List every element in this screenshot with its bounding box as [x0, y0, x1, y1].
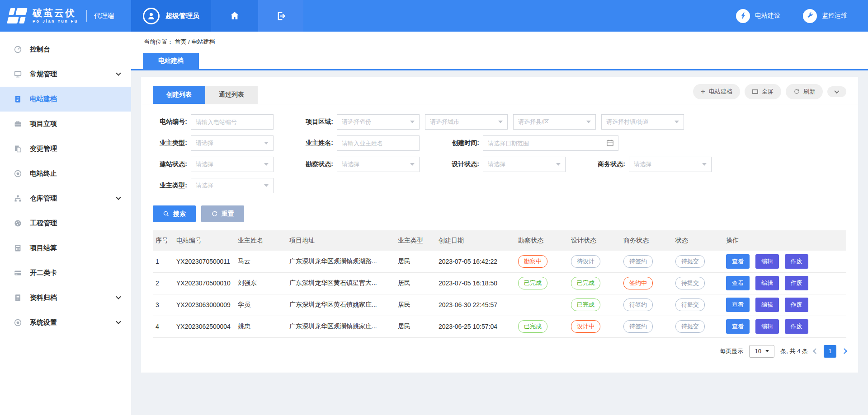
- sidebar: 控制台 常规管理 电站建档: [0, 32, 131, 415]
- business-status-label: 商务状态:: [591, 160, 625, 168]
- sidebar-item-station-termination[interactable]: 电站终止: [0, 161, 131, 186]
- survey-status-placeholder: 请选择: [342, 160, 359, 168]
- filter-row-1: 电站编号: 项目区域: 请选择省份 请选择城市: [153, 114, 846, 130]
- edit-button[interactable]: 编辑: [755, 254, 779, 269]
- sidebar-item-project-settlement[interactable]: 项目结算: [0, 236, 131, 261]
- owner-type-placeholder: 请选择: [196, 139, 213, 147]
- void-button[interactable]: 作废: [785, 319, 808, 334]
- status-badge: 待提交: [675, 298, 705, 311]
- filter-station-code: 电站编号:: [153, 114, 274, 130]
- sidebar-item-system-settings[interactable]: 系统设置: [0, 310, 131, 335]
- design-status-label: 设计状态:: [445, 160, 479, 168]
- sidebar-item-label: 常规管理: [30, 70, 57, 79]
- cell-type: 居民: [395, 272, 436, 294]
- region-label: 项目区域:: [299, 118, 333, 126]
- sidebar-item-engineering-mgmt[interactable]: 工程管理: [0, 211, 131, 236]
- refresh-label: 刷新: [803, 88, 815, 96]
- content-area: 当前位置： 首页 / 电站建档 电站建档 创建列表 通过列表 + 电站建档: [131, 32, 868, 415]
- tab-station-archive[interactable]: 电站建档: [143, 53, 199, 69]
- design-status-select[interactable]: 请选择: [483, 157, 566, 172]
- sidebar-item-type2-card[interactable]: 开二类卡: [0, 261, 131, 285]
- tab-create-list[interactable]: 创建列表: [153, 86, 205, 104]
- add-station-button[interactable]: + 电站建档: [693, 84, 740, 99]
- survey-status-select[interactable]: 请选择: [337, 157, 420, 172]
- village-select[interactable]: 请选择村镇/街道: [601, 114, 684, 130]
- void-button[interactable]: 作废: [785, 276, 808, 290]
- design-status-badge: 已完成: [571, 298, 600, 311]
- edit-button[interactable]: 编辑: [755, 319, 779, 334]
- cell-owner: 姚忠: [235, 316, 287, 337]
- city-select[interactable]: 请选择城市: [425, 114, 508, 130]
- owner-name-input[interactable]: [337, 135, 420, 151]
- sidebar-item-project-initiation[interactable]: 项目立项: [0, 112, 131, 136]
- sidebar-item-general-mgmt[interactable]: 常规管理: [0, 62, 131, 87]
- void-button[interactable]: 作废: [785, 298, 808, 312]
- logout-button[interactable]: [258, 0, 303, 32]
- filter-build-status: 建站状态: 请选择: [153, 157, 274, 172]
- build-status-label: 建站状态:: [153, 160, 187, 168]
- search-button[interactable]: 搜索: [153, 205, 196, 222]
- province-select[interactable]: 请选择省份: [337, 114, 420, 130]
- sidebar-item-label: 资料归档: [30, 294, 57, 302]
- sidebar-item-station-archive[interactable]: 电站建档: [0, 87, 131, 112]
- calendar-icon: [606, 139, 614, 147]
- date-range-input[interactable]: [483, 135, 618, 151]
- nav-monitor-ops[interactable]: 监控运维: [803, 9, 847, 23]
- owner-type-2-select[interactable]: 请选择: [191, 178, 274, 193]
- cell-type: 居民: [395, 316, 436, 337]
- home-button[interactable]: [211, 0, 258, 32]
- nav-station-build[interactable]: 电站建设: [736, 9, 780, 23]
- caret-down-icon: [410, 121, 415, 123]
- edit-button[interactable]: 编辑: [755, 298, 779, 312]
- collapse-button[interactable]: [827, 86, 846, 97]
- tab-passed-list[interactable]: 通过列表: [205, 86, 258, 104]
- filter-region: 项目区域: 请选择省份: [299, 114, 420, 130]
- portal-label: 代理端: [94, 12, 114, 20]
- sidebar-item-label: 变更管理: [30, 145, 57, 153]
- add-station-label: 电站建档: [709, 88, 732, 96]
- current-page-button[interactable]: 1: [824, 345, 836, 358]
- sidebar-item-console[interactable]: 控制台: [0, 37, 131, 62]
- cell-seq: 1: [153, 251, 174, 272]
- chevron-down-icon: [834, 89, 839, 93]
- sidebar-item-change-mgmt[interactable]: 变更管理: [0, 136, 131, 161]
- survey-status-badge: 已完成: [518, 320, 547, 333]
- sidebar-item-warehouse-mgmt[interactable]: 仓库管理: [0, 186, 131, 211]
- topbar: 破茧云伏 Po Jian Yun Fu 代理端 超级管理员: [0, 0, 868, 32]
- void-button[interactable]: 作废: [785, 254, 808, 269]
- col-seq: 序号: [153, 230, 174, 251]
- county-select[interactable]: 请选择县/区: [513, 114, 596, 130]
- business-status-badge: 待签约: [623, 320, 653, 333]
- per-page-select[interactable]: 10: [749, 345, 774, 358]
- col-business: 商务状态: [621, 230, 673, 251]
- owner-name-label: 业主姓名:: [299, 139, 333, 147]
- view-button[interactable]: 查看: [726, 254, 750, 269]
- caret-down-icon: [675, 121, 679, 123]
- view-button[interactable]: 查看: [726, 298, 750, 312]
- view-button[interactable]: 查看: [726, 319, 750, 334]
- owner-type-select[interactable]: 请选择: [191, 135, 274, 151]
- next-page-icon[interactable]: [841, 348, 847, 354]
- cell-created: 2023-06-30 22:45:57: [436, 294, 515, 316]
- breadcrumb-path[interactable]: 首页 / 电站建档: [175, 38, 215, 45]
- user-menu[interactable]: 超级管理员: [131, 0, 211, 32]
- business-status-select[interactable]: 请选择: [629, 157, 712, 172]
- station-code-input[interactable]: [191, 114, 274, 130]
- brand-divider: [86, 10, 87, 22]
- document-icon: [14, 95, 22, 103]
- card-toolbar: + 电站建档 全屏 刷新: [693, 84, 846, 104]
- search-actions: 搜索 重置: [141, 200, 858, 222]
- prev-page-icon[interactable]: [813, 348, 819, 354]
- refresh-button[interactable]: 刷新: [786, 84, 823, 99]
- sidebar-item-data-archive[interactable]: 资料归档: [0, 285, 131, 310]
- fullscreen-button[interactable]: 全屏: [745, 84, 781, 99]
- person-icon: [146, 11, 156, 21]
- view-button[interactable]: 查看: [726, 276, 750, 290]
- reset-button[interactable]: 重置: [201, 205, 244, 222]
- brand-name: 破茧云伏: [33, 8, 78, 18]
- build-status-select[interactable]: 请选择: [191, 157, 274, 172]
- edit-button[interactable]: 编辑: [755, 276, 779, 290]
- cell-type: 居民: [395, 251, 436, 272]
- business-status-badge: 签约中: [623, 277, 653, 289]
- main-layout: 控制台 常规管理 电站建档: [0, 32, 868, 415]
